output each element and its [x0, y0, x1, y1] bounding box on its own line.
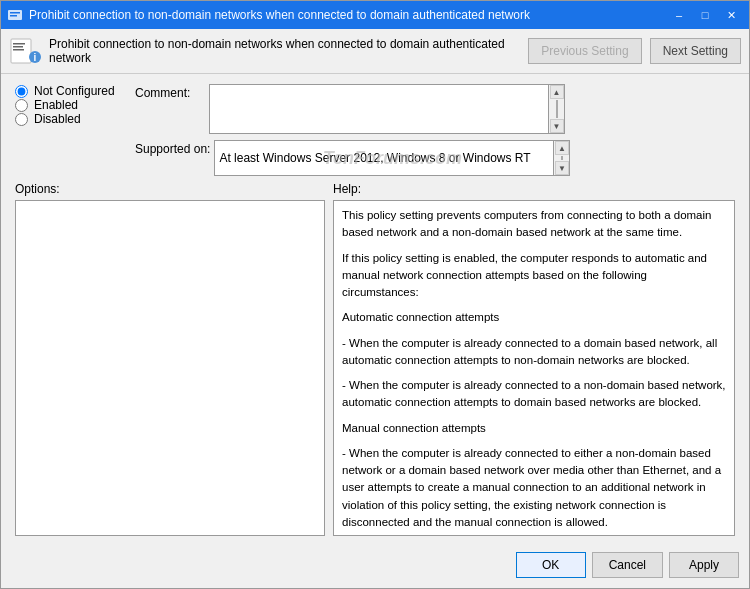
previous-setting-button[interactable]: Previous Setting — [528, 38, 641, 64]
supported-scroll-up[interactable]: ▲ — [555, 141, 569, 155]
toolbar-title: Prohibit connection to non-domain networ… — [49, 37, 520, 65]
window-icon — [7, 7, 23, 23]
not-configured-label[interactable]: Not Configured — [34, 84, 115, 98]
options-column: Options: — [15, 182, 325, 536]
ok-button[interactable]: OK — [516, 552, 586, 578]
top-section: Not Configured Enabled Disabled Comment: — [15, 84, 735, 176]
footer: OK Cancel Apply — [1, 544, 749, 588]
supported-label: Supported on: — [135, 140, 210, 156]
svg-rect-6 — [13, 49, 24, 51]
supported-scroll-down[interactable]: ▼ — [555, 161, 569, 175]
comment-scroll-down[interactable]: ▼ — [550, 119, 564, 133]
options-box — [15, 200, 325, 536]
help-column: Help: This policy setting prevents compu… — [333, 182, 735, 536]
close-button[interactable]: ✕ — [719, 5, 743, 25]
svg-text:i: i — [34, 52, 37, 63]
comment-scroll-up[interactable]: ▲ — [550, 85, 564, 99]
disabled-radio[interactable] — [15, 113, 28, 126]
svg-rect-4 — [13, 43, 25, 45]
not-configured-radio[interactable] — [15, 85, 28, 98]
maximize-button[interactable]: □ — [693, 5, 717, 25]
comment-row: Comment: ▲ ▼ — [135, 84, 735, 134]
comment-scroll-thumb[interactable] — [556, 100, 558, 118]
supported-wrapper: At least Windows Server 2012, Windows 8 … — [214, 140, 570, 176]
options-label: Options: — [15, 182, 325, 196]
policy-icon: i — [9, 35, 41, 67]
comment-label: Comment: — [135, 84, 205, 100]
enabled-radio-item[interactable]: Enabled — [15, 98, 135, 112]
svg-rect-1 — [10, 12, 20, 14]
title-bar-controls: – □ ✕ — [667, 5, 743, 25]
comment-textarea[interactable] — [209, 84, 549, 134]
title-text: Prohibit connection to non-domain networ… — [29, 8, 530, 22]
apply-button[interactable]: Apply — [669, 552, 739, 578]
svg-rect-3 — [11, 39, 31, 63]
not-configured-radio-item[interactable]: Not Configured — [15, 84, 135, 98]
supported-value-box: At least Windows Server 2012, Windows 8 … — [214, 140, 554, 176]
supported-row: Supported on: At least Windows Server 20… — [135, 140, 735, 176]
minimize-button[interactable]: – — [667, 5, 691, 25]
radio-panel: Not Configured Enabled Disabled — [15, 84, 135, 126]
next-setting-button[interactable]: Next Setting — [650, 38, 741, 64]
disabled-label[interactable]: Disabled — [34, 112, 81, 126]
enabled-radio[interactable] — [15, 99, 28, 112]
content-area: Not Configured Enabled Disabled Comment: — [1, 74, 749, 544]
comment-scrollbar[interactable]: ▲ ▼ — [549, 84, 565, 134]
svg-rect-2 — [10, 15, 17, 17]
supported-scrollbar[interactable]: ▲ ▼ — [554, 140, 570, 176]
help-label: Help: — [333, 182, 735, 196]
comment-textarea-wrapper: ▲ ▼ — [209, 84, 565, 134]
help-box[interactable]: This policy setting prevents computers f… — [333, 200, 735, 536]
fields-panel: Comment: ▲ ▼ Supported on: — [135, 84, 735, 176]
disabled-radio-item[interactable]: Disabled — [15, 112, 135, 126]
supported-scroll-thumb[interactable] — [561, 156, 563, 160]
enabled-label[interactable]: Enabled — [34, 98, 78, 112]
svg-rect-5 — [13, 46, 23, 48]
title-bar: Prohibit connection to non-domain networ… — [1, 1, 749, 29]
supported-value: At least Windows Server 2012, Windows 8 … — [219, 151, 530, 165]
cancel-button[interactable]: Cancel — [592, 552, 663, 578]
title-bar-left: Prohibit connection to non-domain networ… — [7, 7, 530, 23]
bottom-section: Options: Help: This policy setting preve… — [15, 182, 735, 536]
toolbar: i Prohibit connection to non-domain netw… — [1, 29, 749, 74]
main-window: Prohibit connection to non-domain networ… — [0, 0, 750, 589]
